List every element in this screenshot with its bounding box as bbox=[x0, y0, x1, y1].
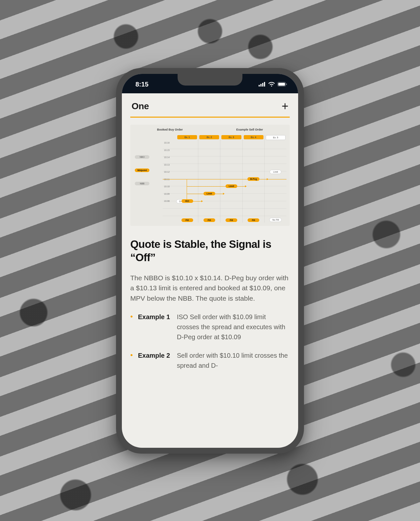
add-tab-button[interactable]: + bbox=[282, 100, 288, 112]
cell-mpeg: M-Peg bbox=[248, 177, 260, 181]
example-body: ISO Sell order with $10.09 limit crosses… bbox=[177, 312, 290, 342]
example-label: Example 1 bbox=[138, 312, 172, 342]
cellular-icon bbox=[259, 82, 266, 87]
cell-fill: Fill bbox=[248, 218, 259, 222]
diagram-price-labels: 10.16 10.15 10.14 10.13 10.12 10.11 10.1… bbox=[164, 142, 170, 202]
marker-nbb: NBB bbox=[135, 182, 149, 185]
price-label: 10.12 bbox=[164, 171, 170, 173]
cell-fill: Fill bbox=[181, 218, 193, 222]
diagram-col-3: Ex. 3 Limit Fill bbox=[220, 135, 242, 223]
price-label: 10.11 bbox=[164, 178, 170, 180]
article-title: Quote is Stable, the Signal is “Off” bbox=[130, 237, 290, 264]
bullet-icon: • bbox=[130, 351, 133, 371]
cell-fill: Fill bbox=[204, 218, 215, 222]
example-list: • Example 1 ISO Sell order with $10.09 l… bbox=[130, 312, 290, 371]
marker-midpoint: Midpoint bbox=[135, 168, 149, 172]
app-content: One + Booked Buy Order Example Sell Orde… bbox=[122, 93, 298, 448]
price-label: 10.16 bbox=[164, 142, 170, 144]
svg-rect-3 bbox=[264, 82, 265, 87]
article-paragraph: The NBBO is $10.10 x $10.14. D-Peg buy o… bbox=[130, 273, 290, 304]
cell-limit: Limit bbox=[204, 192, 215, 195]
col-header: Ex. 4 bbox=[244, 135, 263, 139]
tab-one[interactable]: One bbox=[132, 101, 149, 111]
diagram-col-1: Ex. 1 D-Peg ISO Fill bbox=[176, 135, 198, 223]
list-item: • Example 2 Sell order with $10.10 limit… bbox=[130, 351, 290, 371]
bullet-icon: • bbox=[130, 312, 133, 342]
diagram-columns: Ex. 1 D-Peg ISO Fill Ex. 2 Limit Fill Ex… bbox=[176, 135, 286, 223]
marker-nbo: NBO bbox=[135, 155, 149, 159]
price-label: 10.15 bbox=[164, 149, 170, 151]
col-header: Ex. 2 bbox=[199, 135, 219, 139]
list-item: • Example 1 ISO Sell order with $10.09 l… bbox=[130, 312, 290, 342]
diagram-col-5: Ex. 5 Limit No Fill bbox=[264, 135, 286, 223]
cell-nofill: No Fill bbox=[269, 218, 282, 222]
svg-rect-2 bbox=[262, 83, 263, 87]
price-label: 10.10 bbox=[164, 185, 170, 188]
tab-bar: One + bbox=[130, 93, 290, 118]
diagram-left-header: Booked Buy Order bbox=[157, 128, 183, 131]
wifi-icon bbox=[268, 82, 275, 87]
cell-iso: ISO bbox=[181, 199, 193, 203]
cell-fill: Fill bbox=[226, 218, 237, 222]
status-time: 8:15 bbox=[135, 81, 148, 88]
diagram-right-header: Example Sell Order bbox=[236, 128, 263, 131]
price-label: 10.14 bbox=[164, 156, 170, 158]
diagram-col-2: Ex. 2 Limit Fill bbox=[198, 135, 220, 223]
example-label: Example 2 bbox=[138, 351, 172, 371]
price-label: 10.08 bbox=[164, 200, 170, 202]
col-header: Ex. 1 bbox=[177, 135, 197, 139]
col-header: Ex. 3 bbox=[221, 135, 241, 139]
battery-icon bbox=[277, 82, 287, 87]
diagram-col-4: Ex. 4 M-Peg Fill bbox=[242, 135, 264, 223]
cell-limit: Limit bbox=[270, 170, 281, 174]
status-bar: 8:15 bbox=[122, 74, 298, 93]
order-diagram: Booked Buy Order Example Sell Order 10.1… bbox=[130, 125, 290, 226]
price-label: 10.09 bbox=[164, 193, 170, 195]
price-label: 10.13 bbox=[164, 164, 170, 166]
status-indicators bbox=[259, 82, 287, 87]
svg-rect-1 bbox=[261, 84, 262, 87]
col-header: Ex. 5 bbox=[266, 135, 286, 140]
svg-rect-0 bbox=[259, 85, 260, 87]
svg-rect-5 bbox=[278, 83, 285, 86]
cell-limit: Limit bbox=[226, 184, 237, 188]
phone-notch bbox=[178, 74, 242, 86]
example-body: Sell order with $10.10 limit crosses the… bbox=[177, 351, 290, 371]
phone-screen: 8:15 One + Booked Buy Or bbox=[122, 74, 298, 448]
phone-frame: 8:15 One + Booked Buy Or bbox=[116, 68, 304, 454]
svg-rect-6 bbox=[286, 84, 287, 85]
